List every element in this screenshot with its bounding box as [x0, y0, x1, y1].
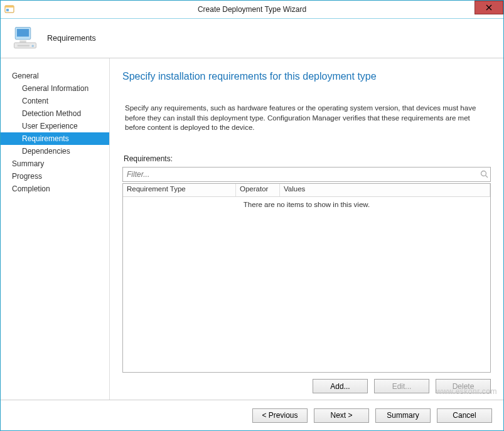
svg-point-10: [32, 45, 35, 48]
cancel-button[interactable]: Cancel: [437, 408, 492, 423]
column-values[interactable]: Values: [280, 184, 490, 196]
computer-icon: [12, 25, 38, 51]
edit-button: Edit...: [374, 379, 429, 393]
requirements-grid: Requirement Type Operator Values There a…: [122, 183, 491, 373]
svg-rect-6: [17, 29, 29, 36]
svg-line-12: [485, 176, 488, 178]
wizard-footer: < Previous Next > Summary Cancel: [1, 400, 503, 430]
nav-requirements[interactable]: Requirements: [1, 132, 109, 145]
add-button[interactable]: Add...: [313, 379, 368, 393]
nav-completion[interactable]: Completion: [1, 183, 109, 195]
next-button[interactable]: Next >: [314, 408, 369, 423]
close-icon: [486, 4, 492, 11]
page-heading: Specify installation requirements for th…: [122, 71, 491, 82]
nav-detection-method[interactable]: Detection Method: [1, 107, 109, 120]
nav-progress[interactable]: Progress: [1, 170, 109, 183]
search-icon[interactable]: [478, 170, 490, 178]
step-title: Requirements: [47, 34, 96, 43]
svg-rect-1: [5, 6, 14, 8]
nav-content[interactable]: Content: [1, 95, 109, 107]
requirements-label: Requirements:: [122, 154, 491, 163]
svg-point-11: [481, 171, 486, 176]
nav-dependencies[interactable]: Dependencies: [1, 145, 109, 157]
nav-user-experience[interactable]: User Experience: [1, 120, 109, 132]
grid-actions: Add... Edit... Delete: [122, 379, 491, 393]
filter-box: [122, 167, 491, 182]
summary-button[interactable]: Summary: [375, 408, 431, 423]
column-operator[interactable]: Operator: [236, 184, 280, 196]
grid-empty-text: There are no items to show in this view.: [123, 197, 490, 208]
delete-button: Delete: [436, 379, 491, 393]
svg-rect-7: [19, 41, 26, 43]
grid-header: Requirement Type Operator Values: [123, 184, 490, 197]
title-bar: Create Deployment Type Wizard: [1, 1, 503, 19]
nav-general[interactable]: General: [1, 70, 109, 82]
app-icon: [4, 4, 14, 14]
wizard-content: Specify installation requirements for th…: [110, 58, 503, 400]
svg-rect-2: [6, 9, 9, 11]
filter-input[interactable]: [123, 168, 478, 181]
nav-summary[interactable]: Summary: [1, 157, 109, 170]
page-description: Specify any requirements, such as hardwa…: [122, 104, 491, 133]
nav-general-information[interactable]: General Information: [1, 82, 109, 95]
wizard-window: Create Deployment Type Wizard Requiremen…: [0, 0, 504, 431]
wizard-nav: General General Information Content Dete…: [1, 58, 110, 400]
window-title: Create Deployment Type Wizard: [1, 5, 503, 14]
column-requirement-type[interactable]: Requirement Type: [123, 184, 236, 196]
wizard-header: Requirements: [1, 19, 503, 58]
previous-button[interactable]: < Previous: [252, 408, 308, 423]
svg-rect-9: [18, 45, 29, 47]
close-button[interactable]: [475, 1, 503, 14]
